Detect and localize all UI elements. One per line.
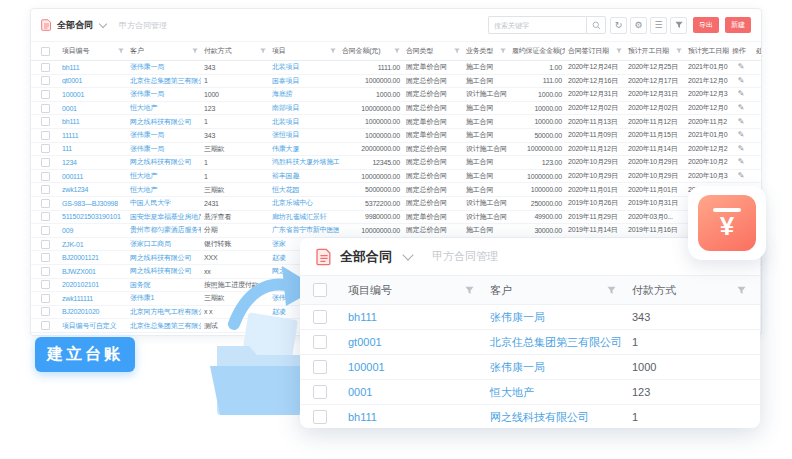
filter-icon[interactable] <box>394 48 400 54</box>
table-cell[interactable]: 贵州市都匀豪酒店服务有... <box>127 225 201 235</box>
table-cell[interactable]: 100001 <box>340 361 482 373</box>
table-cell[interactable]: 项目编号可自定义 <box>59 321 127 331</box>
row-checkbox[interactable] <box>41 185 50 194</box>
row-checkbox[interactable] <box>41 307 50 316</box>
filter-icon[interactable] <box>607 286 616 295</box>
row-checkbox[interactable] <box>313 360 327 374</box>
table-cell[interactable]: gt0001 <box>59 77 127 84</box>
table-cell[interactable]: 张伟康一局 <box>127 144 201 154</box>
table-row[interactable]: gt0001北京住总集团第三有限公司1国泰项目1000000.00固定总价合同施… <box>31 75 761 89</box>
row-checkbox[interactable] <box>41 144 50 153</box>
export-button[interactable]: 导出 <box>693 17 719 33</box>
table-cell[interactable]: bh111 <box>340 411 482 423</box>
table-cell[interactable]: zwk111111 <box>59 295 127 302</box>
row-checkbox[interactable] <box>41 267 50 276</box>
table-cell[interactable]: 5115021503190101 <box>59 213 127 220</box>
table-cell[interactable]: 张伟康一局 <box>482 310 624 325</box>
table-cell[interactable]: BJWZX001 <box>59 268 127 275</box>
table-row[interactable]: 111张伟康一局三期款伟康大厦20000000.00固定总价合同设计施工合同10… <box>31 143 761 157</box>
row-checkbox[interactable] <box>41 76 50 85</box>
edit-icon[interactable]: ✎ <box>738 90 745 98</box>
table-cell[interactable]: 国务院 <box>127 280 201 290</box>
chevron-down-icon[interactable] <box>99 19 107 27</box>
filter-icon[interactable] <box>330 48 336 54</box>
edit-icon[interactable]: ✎ <box>738 63 745 71</box>
row-checkbox[interactable] <box>41 63 50 72</box>
gear-icon[interactable]: ⚙ <box>630 17 647 34</box>
search-icon[interactable] <box>586 16 606 34</box>
table-row[interactable]: bh111张伟康一局343 <box>300 305 760 330</box>
table-cell[interactable]: 北京乐城中心 <box>269 198 339 208</box>
table-row[interactable]: bh111网之线科技有限公司1北装项目1000000.00固定单价合同施工合同1… <box>31 115 761 129</box>
row-checkbox[interactable] <box>313 385 327 399</box>
table-cell[interactable]: 2020102101 <box>59 281 127 288</box>
table-row[interactable]: 11111张伟康一局343张恒项目1000000.00固定单价合同施工合同500… <box>31 129 761 143</box>
table-cell[interactable]: 裕丰国趣 <box>269 171 339 181</box>
select-all-checkbox[interactable] <box>313 283 327 297</box>
table-cell[interactable]: 张伟康1 <box>127 293 201 303</box>
table-cell[interactable]: 张伟康一局 <box>482 360 624 375</box>
table-cell[interactable]: 鸿胜科技大厦外墙施工项目 <box>269 157 339 167</box>
table-cell[interactable]: 009 <box>59 227 127 234</box>
table-row[interactable]: gt0001北京住总集团第三有限公司1 <box>300 330 760 355</box>
table-cell[interactable]: 国泰项目 <box>269 76 339 86</box>
table-cell[interactable]: 南部项目 <box>269 103 339 113</box>
chevron-down-icon[interactable] <box>402 249 413 260</box>
table-cell[interactable]: 恒大地产 <box>127 185 201 195</box>
row-checkbox[interactable] <box>41 90 50 99</box>
filter-icon[interactable] <box>737 286 746 295</box>
edit-icon[interactable]: ✎ <box>738 77 745 85</box>
table-cell[interactable]: 111 <box>59 145 127 152</box>
row-checkbox[interactable] <box>41 172 50 181</box>
table-cell[interactable]: 网之线科技有限公司 <box>127 266 201 276</box>
table-cell[interactable]: 北京同方电气工程有限公司 <box>127 307 201 317</box>
row-checkbox[interactable] <box>313 335 327 349</box>
table-row[interactable]: 0001恒大地产123 <box>300 380 760 405</box>
select-all-checkbox[interactable] <box>41 47 50 56</box>
edit-icon[interactable]: ✎ <box>738 158 745 166</box>
table-cell[interactable]: BJ20001121 <box>59 254 127 261</box>
table-cell[interactable]: 恒大地产 <box>127 103 201 113</box>
table-row[interactable]: 5115021503190101国安华夏幸福基业房地产...悬浮查看廊坊孔雀城汇… <box>31 211 761 225</box>
table-row[interactable]: 000111恒大地产1裕丰国趣10000000.00固定总价合同施工合同1000… <box>31 170 761 184</box>
row-checkbox[interactable] <box>41 321 50 330</box>
table-cell[interactable]: 北京住总集团第三有限公司 <box>127 321 201 331</box>
filter-icon[interactable] <box>260 48 266 54</box>
table-cell[interactable]: GS-983—BJ30998 <box>59 200 127 207</box>
row-checkbox[interactable] <box>41 294 50 303</box>
table-cell[interactable]: 张伟康一局 <box>127 130 201 140</box>
table-cell[interactable]: 北装项目 <box>269 62 339 72</box>
filter-icon[interactable] <box>465 286 474 295</box>
table-cell[interactable]: 中国人民大学 <box>127 198 201 208</box>
filter-icon[interactable] <box>118 48 124 54</box>
table-cell[interactable]: BJ20201020 <box>59 308 127 315</box>
table-cell[interactable]: 恒大地产 <box>482 385 624 400</box>
table-cell[interactable]: 张恒项目 <box>269 130 339 140</box>
row-checkbox[interactable] <box>41 240 50 249</box>
table-row[interactable]: bh111网之线科技有限公司1 <box>300 405 760 428</box>
table-row[interactable]: zwk1234恒大地产三期款恒大花园5000000.00固定总价合同施工合同10… <box>31 183 761 197</box>
row-checkbox[interactable] <box>41 280 50 289</box>
table-row[interactable]: 009贵州市都匀豪酒店服务有...分期广东省普宁市新中医医院...1000000… <box>31 224 761 238</box>
table-cell[interactable]: 北京住总集团第三有限公司 <box>482 335 624 350</box>
table-row[interactable]: 0001恒大地产123南部项目10000000.00固定总价合同施工合同1000… <box>31 102 761 116</box>
table-cell[interactable]: 北装项目 <box>269 117 339 127</box>
row-checkbox[interactable] <box>41 117 50 126</box>
table-cell[interactable]: 恒大地产 <box>127 171 201 181</box>
filter-icon[interactable] <box>500 48 506 54</box>
table-cell[interactable]: 0001 <box>340 386 482 398</box>
row-checkbox[interactable] <box>41 131 50 140</box>
create-button[interactable]: 新建 <box>725 17 751 33</box>
edit-icon[interactable]: ✎ <box>738 131 745 139</box>
table-cell[interactable]: 伟康大厦 <box>269 144 339 154</box>
table-row[interactable]: 100001张伟康一局1000 <box>300 355 760 380</box>
table-cell[interactable]: 张家口工商局 <box>127 239 201 249</box>
filter-icon[interactable] <box>670 17 687 34</box>
table-cell[interactable]: gt0001 <box>340 336 482 348</box>
edit-icon[interactable]: ✎ <box>738 145 745 153</box>
table-cell[interactable]: ZJK-01 <box>59 241 127 248</box>
table-cell[interactable]: 海底捞 <box>269 89 339 99</box>
row-checkbox[interactable] <box>41 104 50 113</box>
table-cell[interactable]: 恒大花园 <box>269 185 339 195</box>
table-cell[interactable]: 100001 <box>59 91 127 98</box>
